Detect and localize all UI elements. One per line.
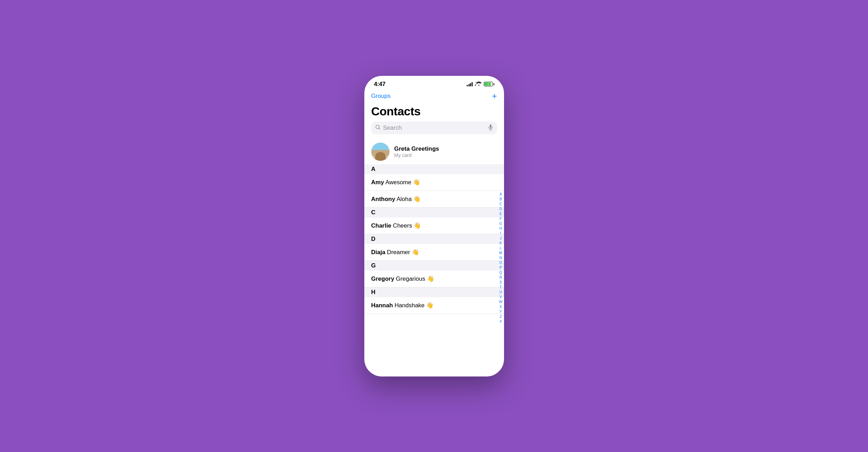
alpha-index-u[interactable]: U: [499, 290, 502, 294]
contact-name: Gregory Gregarious 👋: [371, 275, 435, 282]
contact-row-amy[interactable]: Amy Awesome 👋: [364, 174, 504, 191]
my-card-info: Greta Greetings My card: [394, 145, 439, 158]
alpha-index-w[interactable]: W: [499, 300, 502, 304]
alpha-index-f[interactable]: F: [499, 216, 502, 221]
section-header-g: G: [364, 261, 504, 271]
alpha-index-r[interactable]: R: [499, 275, 502, 280]
svg-rect-1: [490, 124, 491, 128]
my-card-name: Greta Greetings: [394, 145, 439, 152]
wifi-icon: 𝅘𝅥𝅮: [475, 81, 482, 87]
section-header-a: A: [364, 164, 504, 174]
status-time: 4:47: [374, 81, 386, 88]
contact-name: Charlie Cheers 👋: [371, 222, 421, 229]
alpha-index-p[interactable]: P: [499, 265, 502, 270]
contact-row-hannah[interactable]: Hannah Handshake 👋: [364, 297, 504, 314]
contact-row-anthony[interactable]: Anthony Aloha 👋: [364, 191, 504, 208]
alpha-index-t[interactable]: T: [499, 285, 502, 289]
contact-name: Hannah Handshake 👋: [371, 302, 434, 309]
page-title: Contacts: [364, 103, 504, 122]
battery-icon: ⚡: [484, 82, 494, 86]
alphabet-index: ABCDEFGHIJKLMNOPQRSTUVWXYZ#: [498, 139, 504, 376]
my-card-avatar: [371, 143, 389, 161]
section-header-d: D: [364, 234, 504, 244]
alpha-index-y[interactable]: Y: [499, 309, 502, 314]
alpha-index-z[interactable]: Z: [499, 314, 502, 319]
alpha-index-a[interactable]: A: [499, 192, 502, 196]
alpha-index-c[interactable]: C: [499, 202, 502, 206]
search-bar[interactable]: Search: [371, 122, 497, 134]
groups-button[interactable]: Groups: [371, 93, 391, 100]
contact-row-charlie[interactable]: Charlie Cheers 👋: [364, 217, 504, 234]
alpha-index-v[interactable]: V: [499, 295, 502, 299]
alpha-index-o[interactable]: O: [499, 260, 502, 265]
contact-name: Amy Awesome 👋: [371, 179, 421, 186]
alpha-index-m[interactable]: M: [499, 251, 502, 255]
search-placeholder-text: Search: [383, 124, 486, 131]
search-icon: [375, 125, 380, 131]
contact-name: Anthony Aloha 👋: [371, 195, 421, 203]
contacts-list: Greta Greetings My card A Amy Awesome 👋 …: [364, 139, 504, 376]
alpha-index-i[interactable]: I: [500, 231, 501, 236]
alpha-index-n[interactable]: N: [499, 256, 502, 260]
status-icons: 𝅘𝅥𝅮 ⚡: [467, 81, 494, 87]
status-bar: 4:47 𝅘𝅥𝅮 ⚡: [364, 76, 504, 91]
phone-frame: 4:47 𝅘𝅥𝅮 ⚡ Groups: [364, 76, 504, 376]
alpha-index-j[interactable]: J: [500, 236, 502, 241]
alpha-index-s[interactable]: S: [499, 280, 502, 285]
alpha-index-q[interactable]: Q: [499, 270, 502, 275]
contact-name: Diaja Dreamer 👋: [371, 249, 419, 256]
my-card-label: My card: [394, 152, 439, 158]
alpha-index-d[interactable]: D: [499, 207, 502, 211]
alpha-index-l[interactable]: L: [500, 246, 502, 250]
mic-icon: [488, 124, 493, 131]
contact-row-gregory[interactable]: Gregory Gregarious 👋: [364, 271, 504, 287]
section-header-h: H: [364, 287, 504, 297]
alpha-index-h[interactable]: H: [499, 226, 502, 231]
signal-icon: [467, 82, 473, 86]
alpha-index-e[interactable]: E: [499, 211, 502, 216]
alpha-index-b[interactable]: B: [499, 197, 502, 201]
alpha-index-k[interactable]: K: [499, 241, 502, 245]
contact-row-diaja[interactable]: Diaja Dreamer 👋: [364, 244, 504, 261]
alpha-index-g[interactable]: G: [499, 221, 502, 226]
add-contact-button[interactable]: +: [492, 92, 497, 100]
nav-bar: Groups +: [364, 91, 504, 103]
alpha-index-#[interactable]: #: [500, 319, 502, 324]
alpha-index-x[interactable]: X: [499, 304, 502, 309]
section-header-c: C: [364, 208, 504, 217]
my-card-row[interactable]: Greta Greetings My card: [364, 139, 504, 164]
